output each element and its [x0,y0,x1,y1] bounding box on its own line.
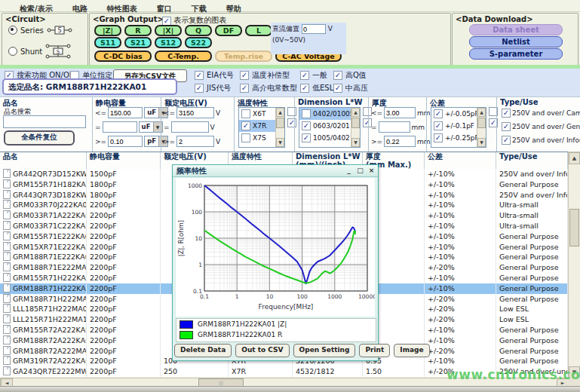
header-col-7[interactable]: 公差 [425,152,496,170]
sparam-button-s11[interactable]: S11 [94,37,121,48]
list-scrollbar[interactable]: ▲▼ [275,108,284,147]
scroll-thumb[interactable] [351,118,360,128]
temp-char-checkbox-3[interactable] [241,133,250,142]
legend-row-2[interactable]: GRM188R71H222KA01 R [176,329,376,340]
popup-title-bar[interactable]: 频率特性 _ □ × [173,165,378,177]
filter-capacitance: 静电容量<=uF▼=uF▼>=pF▼ [92,97,161,152]
maximize-icon[interactable]: □ [355,167,365,175]
legend-row-1[interactable]: GRM188R71H222KA01 |Z| [176,319,376,329]
cell-part-name: GRM188R72A222MA01 [0,346,87,357]
dc-bias-label: 直流偏置 [272,25,299,32]
image-button[interactable]: Image [394,344,429,357]
scroll-up-icon[interactable]: ▲ [351,108,360,117]
list-scrollbar[interactable]: ▲▼ [351,108,360,147]
general-checkbox[interactable]: ✓ [300,71,309,80]
sparam-button-s22[interactable]: S22 [185,37,212,48]
high-k-checkbox[interactable]: ✓ [240,84,249,93]
rated-voltage-input-2[interactable] [171,121,209,133]
series-radio[interactable]: Series S [8,26,72,35]
option-general[interactable]: ✓一般 [300,70,327,81]
type-use-item-3[interactable]: ✓250V and over/ Informat [502,136,580,145]
complex-graph-option[interactable]: ✓ 表示复数的图表 [162,15,226,26]
sparam-button-s21[interactable]: S21 [124,37,152,48]
param-button-r[interactable]: R [124,25,152,36]
cell-cap: 2200pF [87,252,161,262]
header-col-8[interactable]: Type/Use [496,152,568,170]
scroll-up-arrow[interactable]: ▲ [569,152,580,164]
download-button-s-parameter[interactable]: S-parameter [469,48,563,60]
temp-comp-checkbox[interactable]: ✓ [240,71,249,80]
print-button[interactable]: Print [359,344,390,357]
type-use-item-1[interactable]: ✓250V and over/ Camera [502,109,580,118]
scroll-up-icon[interactable]: ▲ [276,108,284,117]
rated-voltage-input-3[interactable] [176,136,214,147]
option-low-esl[interactable]: ✓低ESL [300,83,333,93]
type-use-checkbox-1[interactable]: ✓ [502,109,511,118]
thickness-input-1[interactable] [384,107,416,118]
open-setting-button[interactable]: Open Setting [293,344,356,357]
out-to-csv-button[interactable]: Out to CSV [235,344,289,357]
sparam-button-s12[interactable]: S12 [155,37,182,48]
unit-select[interactable]: uF▼ [139,121,163,133]
mid-high-voltage-checkbox[interactable]: ✓ [333,84,342,93]
temp-char-checkbox-2[interactable]: ✓ [241,121,250,130]
tolerance-checkbox-2[interactable]: ✓ [434,121,443,130]
type-use-checkbox-2[interactable]: ✓ [502,122,511,131]
scroll-up-icon[interactable]: ▲ [477,108,486,117]
condition-button-c-dc-bias[interactable]: C-DC bias [94,51,152,62]
option-high-k[interactable]: ✓高介电常数型 [240,83,297,93]
shunt-radio-button[interactable] [8,47,17,56]
param-button-z[interactable]: |Z| [94,25,121,36]
capacitance-input-2[interactable] [103,121,137,133]
shunt-radio[interactable]: Shunt S [8,44,71,59]
list-scrollbar[interactable]: ▲▼ [477,108,486,147]
tolerance-checkbox-1[interactable]: ✓ [434,109,443,118]
param-button-x[interactable]: |X| [155,25,182,36]
scroll-thumb[interactable] [276,118,284,128]
part-name-text: GRM188R71E222KA01 [13,253,87,261]
tolerance-checkbox-3[interactable]: ✓ [434,133,443,142]
reset-all-conditions-button[interactable]: 全条件复位 [4,130,75,145]
close-icon[interactable]: × [367,167,376,175]
jis-checkbox[interactable]: ✓ [195,84,204,93]
thickness-input-2[interactable] [379,121,410,133]
param-button-q[interactable]: Q [185,25,212,36]
part-name-search-input[interactable] [3,115,86,128]
series-radio-button[interactable] [8,26,17,35]
vertical-scrollbar[interactable]: ▲ ▼ [568,152,580,379]
temp-char-checkbox-1[interactable] [241,109,250,118]
scroll-down-icon[interactable]: ▼ [351,138,360,147]
dimension-checkbox-1[interactable] [302,109,311,118]
condition-button-c-temp-[interactable]: C-Temp. [155,51,212,62]
rated-voltage-input-1[interactable] [176,107,214,118]
low-esl-checkbox[interactable]: ✓ [300,84,309,93]
dimension-checkbox-2[interactable]: ✓ [302,121,311,130]
option-high-q[interactable]: ✓高Q值 [333,70,367,81]
capacitance-input-3[interactable] [108,136,143,147]
header-col-1[interactable]: 品名 [0,152,87,170]
param-button-l[interactable]: L [245,25,272,36]
delete-data-button[interactable]: Delete Data [174,344,232,357]
capacitance-input-1[interactable] [108,107,143,118]
option-mid-high-voltage[interactable]: ✓中高压 [333,83,368,93]
scroll-down-icon[interactable]: ▼ [276,138,284,147]
cell-cap: 2200pF [87,294,161,305]
option-eia[interactable]: ✓EIA代号 [195,70,234,81]
option-temp-comp[interactable]: ✓温度补偿型 [240,70,290,81]
cell-cap: 2200pF [87,273,161,283]
eia-checkbox[interactable]: ✓ [195,71,204,80]
minimize-icon[interactable]: _ [344,167,354,175]
option-jis[interactable]: ✓JIS代号 [195,83,231,93]
scroll-down-icon[interactable]: ▼ [477,138,486,147]
download-button-netlist[interactable]: Netlist [469,36,563,47]
high-q-checkbox[interactable]: ✓ [333,71,342,80]
param-button-df[interactable]: DF [215,25,242,36]
type-use-item-2[interactable]: ✓250V and over/ General [502,122,580,131]
scroll-thumb[interactable] [477,118,486,128]
dimension-checkbox-3[interactable]: ✓ [302,133,311,142]
thickness-input-3[interactable] [384,136,416,147]
header-col-2[interactable]: 静电容量 [87,152,161,170]
vertical-scroll-thumb[interactable] [569,209,579,247]
dc-bias-input[interactable] [302,24,326,34]
type-use-checkbox-3[interactable]: ✓ [502,136,511,145]
